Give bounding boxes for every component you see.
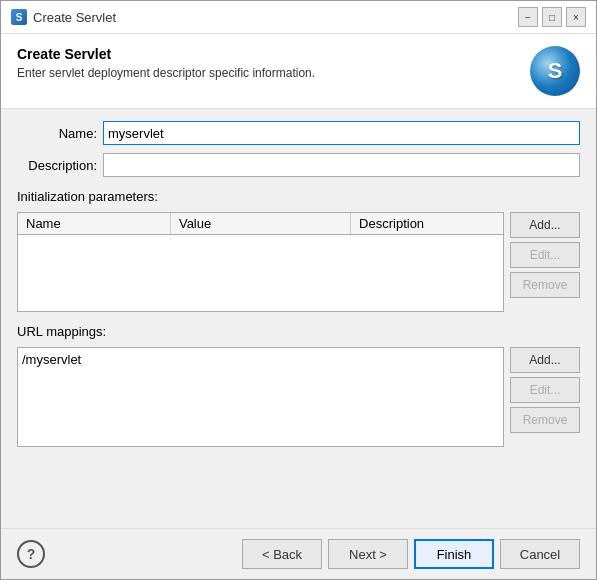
header-text: Create Servlet Enter servlet deployment … [17, 46, 315, 80]
init-remove-button[interactable]: Remove [510, 272, 580, 298]
init-params-buttons: Add... Edit... Remove [510, 212, 580, 298]
title-controls: − □ × [518, 7, 586, 27]
init-params-label: Initialization parameters: [17, 189, 580, 204]
footer-actions: < Back Next > Finish Cancel [242, 539, 580, 569]
name-label: Name: [17, 126, 97, 141]
col-header-value: Value [171, 213, 351, 234]
next-button[interactable]: Next > [328, 539, 408, 569]
url-remove-button[interactable]: Remove [510, 407, 580, 433]
description-input[interactable] [103, 153, 580, 177]
dialog-footer: ? < Back Next > Finish Cancel [1, 528, 596, 579]
url-mappings-buttons: Add... Edit... Remove [510, 347, 580, 433]
help-button[interactable]: ? [17, 540, 45, 568]
url-mappings-section: /myservlet Add... Edit... Remove [17, 347, 580, 447]
form-content: Name: Description: Initialization parame… [1, 109, 596, 528]
description-label: Description: [17, 158, 97, 173]
url-edit-button[interactable]: Edit... [510, 377, 580, 403]
page-title: Create Servlet [17, 46, 315, 62]
url-add-button[interactable]: Add... [510, 347, 580, 373]
header-section: Create Servlet Enter servlet deployment … [1, 34, 596, 109]
description-row: Description: [17, 153, 580, 177]
title-bar: S Create Servlet − □ × [1, 1, 596, 34]
finish-button[interactable]: Finish [414, 539, 494, 569]
table-body [18, 235, 503, 305]
table-header-row: Name Value Description [18, 213, 503, 235]
close-button[interactable]: × [566, 7, 586, 27]
col-header-name: Name [18, 213, 171, 234]
maximize-button[interactable]: □ [542, 7, 562, 27]
col-header-desc: Description [351, 213, 503, 234]
minimize-button[interactable]: − [518, 7, 538, 27]
init-params-table: Name Value Description [17, 212, 504, 312]
url-mappings-label: URL mappings: [17, 324, 580, 339]
init-add-button[interactable]: Add... [510, 212, 580, 238]
back-button[interactable]: < Back [242, 539, 322, 569]
dialog-window: S Create Servlet − □ × Create Servlet En… [0, 0, 597, 580]
url-mapping-value: /myservlet [18, 348, 503, 371]
url-mappings-list: /myservlet [17, 347, 504, 447]
header-logo: S [530, 46, 580, 96]
title-bar-left: S Create Servlet [11, 9, 116, 25]
page-subtitle: Enter servlet deployment descriptor spec… [17, 66, 315, 80]
title-bar-text: Create Servlet [33, 10, 116, 25]
name-input[interactable] [103, 121, 580, 145]
init-params-section: Name Value Description Add... Edit... Re… [17, 212, 580, 312]
cancel-button[interactable]: Cancel [500, 539, 580, 569]
app-icon: S [11, 9, 27, 25]
init-edit-button[interactable]: Edit... [510, 242, 580, 268]
name-row: Name: [17, 121, 580, 145]
